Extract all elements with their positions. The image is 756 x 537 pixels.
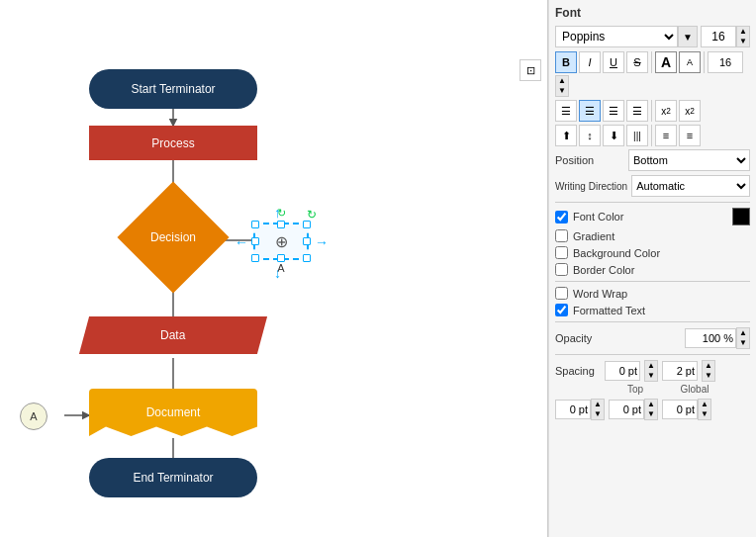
align-right-btn[interactable]: ☰ (603, 100, 624, 122)
opacity-row: Opacity ▲ ▼ (555, 327, 750, 349)
divider-3 (555, 321, 750, 322)
font-color-checkbox[interactable] (555, 211, 568, 224)
font-size-down[interactable]: ▼ (737, 37, 749, 46)
vert-align-btn-row: ⬆ ↕ ⬇ ||| ≡ ≡ (555, 125, 750, 146)
bottom-spin-2-down[interactable]: ▼ (645, 409, 657, 419)
spacing-global-group: ▲ ▼ (662, 360, 715, 382)
bottom-input-1-group: ▲ ▼ (555, 399, 605, 420)
document-shape[interactable]: Document (89, 389, 257, 436)
spacing-global-spinners: ▲ ▼ (702, 360, 715, 382)
font-color-swatch[interactable] (732, 208, 750, 225)
spacing-global-down[interactable]: ▼ (703, 371, 714, 381)
font-dropdown-arrow[interactable]: ▼ (678, 26, 698, 47)
bottom-spin-3-up[interactable]: ▲ (699, 400, 710, 409)
bottom-input-3[interactable] (662, 400, 698, 419)
bg-color-checkbox[interactable] (555, 246, 568, 259)
position-row: Position Top Middle Bottom (555, 149, 750, 171)
dir-arrow-left[interactable]: ← (235, 234, 248, 250)
bottom-spin-1-up[interactable]: ▲ (592, 400, 604, 409)
valign-top-btn[interactable]: ⬆ (555, 125, 577, 146)
bg-color-label: Background Color (573, 247, 660, 259)
bottom-spin-2-up[interactable]: ▲ (645, 400, 657, 409)
canvas-area[interactable]: Start Terminator Process Decision ⊕ ↻ A … (0, 0, 548, 537)
valign-bottom-btn[interactable]: ⬇ (603, 125, 624, 146)
list-unordered-btn[interactable]: ≡ (679, 125, 701, 146)
canvas-fit-btn[interactable]: ⊡ (520, 59, 541, 81)
dir-arrow-up[interactable]: ↑ (274, 205, 281, 221)
bottom-input-1[interactable] (555, 400, 591, 419)
list-ordered-btn[interactable]: ≡ (655, 125, 677, 146)
selected-text-node[interactable]: ⊕ ↻ A (253, 223, 309, 260)
valign-mid-btn[interactable]: ↕ (579, 125, 601, 146)
gradient-row: Gradient (555, 229, 750, 242)
divider-2 (555, 281, 750, 282)
font-size-down-2[interactable]: ▼ (556, 86, 568, 96)
font-size-input-2[interactable] (708, 51, 743, 73)
process-shape[interactable]: Process (89, 126, 257, 160)
bottom-input-3-group: ▲ ▼ (662, 399, 711, 420)
word-wrap-label: Word Wrap (573, 288, 627, 300)
word-wrap-row: Word Wrap (555, 287, 750, 300)
spacing-top-down[interactable]: ▼ (645, 371, 657, 381)
font-size-spinners: ▲ ▼ (736, 26, 750, 47)
word-wrap-checkbox[interactable] (555, 287, 568, 300)
right-panel: Font Poppins ▼ ▲ ▼ B I U S A A ▲ ▼ ☰ ☰ ☰… (548, 0, 756, 537)
dir-arrow-right[interactable]: → (315, 234, 329, 250)
spacing-top-up[interactable]: ▲ (645, 361, 657, 371)
formatted-text-row: Formatted Text (555, 304, 750, 316)
bold-btn[interactable]: B (555, 51, 577, 73)
spacing-global-input[interactable] (662, 361, 698, 381)
border-color-checkbox[interactable] (555, 263, 568, 276)
font-size-input[interactable] (701, 26, 736, 47)
dir-arrow-rotate[interactable]: ↻ (307, 208, 317, 222)
font-select-row: Poppins ▼ ▲ ▼ (555, 26, 750, 47)
canvas-toolbar: ⊡ (520, 59, 541, 81)
bottom-inputs-row: ▲ ▼ ▲ ▼ ▲ ▼ (555, 399, 750, 420)
end-terminator[interactable]: End Terminator (89, 458, 257, 497)
align-center-btn[interactable]: ☰ (579, 100, 601, 122)
connector-a[interactable]: A (20, 403, 47, 430)
text-size-big-btn[interactable]: A (655, 51, 677, 73)
superscript-btn[interactable]: x2 (679, 100, 701, 122)
spacing-global-sublabel: Global (669, 384, 720, 395)
font-select[interactable]: Poppins (555, 26, 678, 47)
opacity-down[interactable]: ▼ (737, 338, 749, 348)
opacity-label: Opacity (555, 332, 605, 344)
writing-dir-select[interactable]: Automatic Left to Right Right to Left (631, 175, 750, 197)
font-size-up[interactable]: ▲ (737, 27, 749, 37)
opacity-input[interactable] (685, 328, 736, 348)
formatted-text-checkbox[interactable] (555, 304, 568, 316)
gradient-checkbox[interactable] (555, 229, 568, 242)
position-select[interactable]: Top Middle Bottom (628, 149, 750, 171)
bottom-spin-3: ▲ ▼ (698, 399, 711, 420)
opacity-spinners: ▲ ▼ (736, 327, 750, 349)
font-color-row: Font Color (555, 208, 750, 225)
strikethrough-btn[interactable]: S (626, 51, 648, 73)
bottom-spin-2: ▲ ▼ (644, 399, 658, 420)
spacing-label: Spacing (555, 365, 605, 377)
divider-1 (555, 202, 750, 203)
data-shape[interactable]: Data (79, 316, 267, 354)
col-layout-btn[interactable]: ||| (626, 125, 648, 146)
spacing-global-up[interactable]: ▲ (703, 361, 714, 371)
start-terminator[interactable]: Start Terminator (89, 69, 257, 109)
bottom-input-2[interactable] (609, 400, 644, 419)
writing-dir-row: Writing Direction Automatic Left to Righ… (555, 175, 750, 197)
bottom-spin-3-down[interactable]: ▼ (699, 409, 710, 419)
font-size-up-2[interactable]: ▲ (556, 76, 568, 86)
bottom-spin-1: ▲ ▼ (591, 399, 605, 420)
align-justify-btn[interactable]: ☰ (626, 100, 648, 122)
spacing-top-input[interactable] (605, 361, 640, 381)
text-size-small-btn[interactable]: A (679, 51, 701, 73)
underline-btn[interactable]: U (603, 51, 624, 73)
subscript-btn[interactable]: x2 (655, 100, 677, 122)
opacity-up[interactable]: ▲ (737, 328, 749, 338)
dir-arrow-down[interactable]: ↓ (274, 265, 281, 281)
align-left-btn[interactable]: ☰ (555, 100, 577, 122)
font-color-label: Font Color (573, 211, 623, 223)
formatted-text-label: Formatted Text (573, 305, 645, 316)
position-label: Position (555, 154, 624, 166)
decision-shape[interactable]: Decision (114, 193, 233, 282)
italic-btn[interactable]: I (579, 51, 601, 73)
bottom-spin-1-down[interactable]: ▼ (592, 409, 604, 419)
